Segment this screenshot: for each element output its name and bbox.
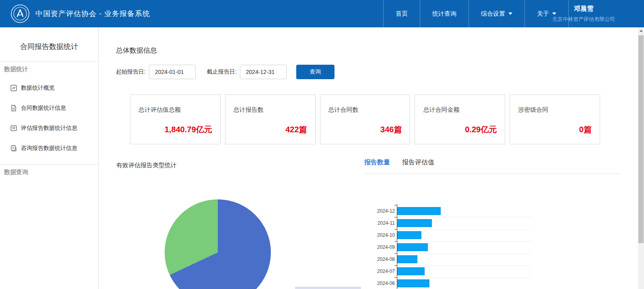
stat-card-total-contract-amount: 总计合同金额 0.29亿元 xyxy=(415,94,505,144)
bar-category-label: 2024-11 xyxy=(372,217,395,229)
bar-category-label: 2024-12 xyxy=(372,205,395,217)
stat-card-label: 总计合同金额 xyxy=(423,106,497,114)
tab-report-count[interactable]: 报告数量 xyxy=(364,158,390,172)
nav-item-settings[interactable]: 综合设置 xyxy=(469,0,524,27)
stat-card-value: 0篇 xyxy=(579,124,592,135)
association-logo-icon xyxy=(10,4,30,23)
nav-item-label: 首页 xyxy=(396,10,408,18)
bar-2024-09 xyxy=(397,243,428,251)
bar-2024-07 xyxy=(397,267,425,275)
document-icon xyxy=(10,105,17,111)
end-date-label: 截止报告日: xyxy=(207,68,237,76)
bar-category-label: 2024-08 xyxy=(372,253,395,265)
start-date-label: 起始报告日: xyxy=(116,68,146,76)
gridline xyxy=(397,241,532,242)
nav-item-label: 综合设置 xyxy=(481,10,505,18)
sidebar-item-contract-statistics[interactable]: 合同数据统计信息 xyxy=(0,98,98,118)
gridline xyxy=(397,265,532,266)
stat-card-total-contracts: 总计合同数 346篇 xyxy=(320,94,411,144)
bar-category-label: 2024-07 xyxy=(372,265,395,277)
stat-card-value: 346篇 xyxy=(380,124,402,135)
monthly-report-bar-chart: 2024-122024-112024-102024-092024-082024-… xyxy=(372,199,621,289)
sidebar-item-label: 合同数据统计信息 xyxy=(21,105,66,112)
chevron-down-icon xyxy=(508,12,512,15)
gridline xyxy=(397,277,532,278)
app-title: 中国资产评估协会 - 业务报备系统 xyxy=(35,0,150,27)
top-header: 中国资产评估协会 - 业务报备系统 首页 统计查询 综合设置 关于 邓晨雪 北京… xyxy=(0,0,644,27)
nav-item-label: 统计查询 xyxy=(432,10,456,18)
stat-card-label: 涉密级合同 xyxy=(518,106,592,114)
page-title: 总体数据信息 xyxy=(116,46,157,55)
stat-card-value: 0.29亿元 xyxy=(465,124,497,135)
bar-2024-06 xyxy=(397,279,429,287)
sidebar: 合同报告数据统计 数据统计 数据统计概览 合同数据统计信息 评估报告数据统计信息 xyxy=(0,27,99,289)
stat-card-label: 总计评估值总额 xyxy=(138,106,212,114)
bar-2024-08 xyxy=(397,255,417,263)
date-filter-row: 起始报告日: 截止报告日: 查询 xyxy=(116,65,334,79)
trend-chart-icon xyxy=(10,85,17,91)
user-name: 邓晨雪 xyxy=(552,5,615,13)
bar-2024-10 xyxy=(397,231,421,239)
gridline xyxy=(397,253,532,254)
bar-category-label: 2024-06 xyxy=(372,277,395,289)
user-block: 邓晨雪 北京中林资产评估有限公司 xyxy=(552,0,615,27)
bar-category-label: 2024-09 xyxy=(372,241,395,253)
main-nav: 首页 统计查询 综合设置 关于 xyxy=(383,0,569,27)
search-button[interactable]: 查询 xyxy=(296,65,334,79)
sidebar-item-appraisal-report-statistics[interactable]: 评估报告数据统计信息 xyxy=(0,118,98,138)
sidebar-item-label: 咨询报告数据统计信息 xyxy=(21,145,77,152)
bar-category-label: 2024-10 xyxy=(372,229,395,241)
sidebar-title: 合同报告数据统计 xyxy=(0,27,98,61)
sidebar-item-label: 数据统计概览 xyxy=(21,84,55,92)
sidebar-section-data-query: 数据查询 xyxy=(0,164,98,179)
end-date-input[interactable] xyxy=(240,65,287,79)
pie-chart-title: 有效评估报告类型统计 xyxy=(116,162,177,169)
stat-card-value: 1,840.79亿元 xyxy=(165,124,212,135)
scrollbar-thumb[interactable] xyxy=(638,35,644,243)
sidebar-item-label: 评估报告数据统计信息 xyxy=(21,125,77,132)
nav-item-statistics-query[interactable]: 统计查询 xyxy=(420,0,469,27)
nav-item-home[interactable]: 首页 xyxy=(383,0,420,27)
user-company: 北京中林资产评估有限公司 xyxy=(552,16,615,23)
tab-report-appraised-value[interactable]: 报告评估值 xyxy=(402,158,434,172)
sidebar-item-data-overview[interactable]: 数据统计概览 xyxy=(0,78,98,98)
stat-card-label: 总计合同数 xyxy=(328,106,402,114)
sidebar-items: 数据统计概览 合同数据统计信息 评估报告数据统计信息 咨询报告数据统计信息 xyxy=(0,76,98,164)
document-copy-icon xyxy=(10,145,17,152)
bar-2024-12 xyxy=(397,207,441,215)
tabs-underline xyxy=(364,174,621,174)
vertical-scrollbar[interactable] xyxy=(638,27,644,289)
bar-2024-11 xyxy=(397,219,432,227)
start-date-input[interactable] xyxy=(149,65,196,79)
sidebar-item-consulting-report-statistics[interactable]: 咨询报告数据统计信息 xyxy=(0,138,98,158)
stat-card-classified-contracts: 涉密级合同 0篇 xyxy=(510,94,600,144)
scrollbar-up-arrow-icon[interactable] xyxy=(638,27,644,34)
gridline xyxy=(397,229,532,230)
bar-chart-tabs: 报告数量 报告评估值 xyxy=(364,158,446,172)
stat-card-total-appraised-value: 总计评估值总额 1,840.79亿元 xyxy=(130,94,221,144)
report-lines-icon xyxy=(10,125,17,131)
gridline xyxy=(397,217,532,217)
sidebar-section-data-statistics: 数据统计 xyxy=(0,61,98,76)
report-type-pie-chart xyxy=(165,199,271,289)
stat-card-label: 总计报告数 xyxy=(233,106,307,114)
nav-item-label: 关于 xyxy=(537,10,549,18)
pie-legend-fragment xyxy=(295,287,361,289)
stat-card-total-reports: 总计报告数 422篇 xyxy=(225,94,316,144)
stat-card-value: 422篇 xyxy=(285,124,307,135)
stat-cards: 总计评估值总额 1,840.79亿元 总计报告数 422篇 总计合同数 346篇… xyxy=(130,94,600,144)
page: 中国资产评估协会 - 业务报备系统 首页 统计查询 综合设置 关于 邓晨雪 北京… xyxy=(0,0,644,289)
